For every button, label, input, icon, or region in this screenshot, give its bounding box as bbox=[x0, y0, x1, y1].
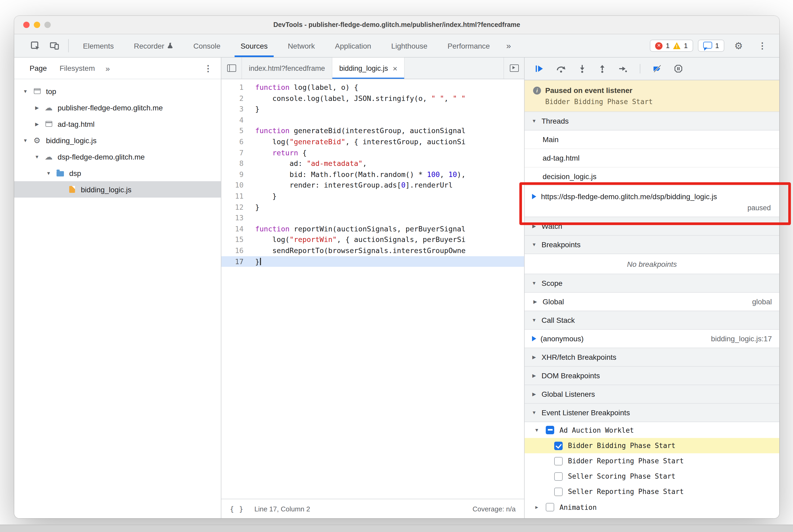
zoom-window-button[interactable] bbox=[44, 22, 51, 28]
tab-elements[interactable]: Elements bbox=[73, 34, 124, 57]
line-number[interactable]: 4 bbox=[221, 115, 251, 126]
close-window-button[interactable] bbox=[23, 22, 30, 28]
tree-item-top[interactable]: ▼top bbox=[14, 83, 221, 99]
elb-item-bidder-reporting-phase-start[interactable]: Bidder Reporting Phase Start bbox=[525, 453, 779, 469]
line-content[interactable]: } bbox=[251, 256, 524, 267]
event-listener-breakpoints-section-header[interactable]: ▼ Event Listener Breakpoints bbox=[525, 403, 779, 422]
breakpoints-section-header[interactable]: ▼ Breakpoints bbox=[525, 235, 779, 254]
line-number[interactable]: 7 bbox=[221, 147, 251, 158]
toggle-navigator-icon[interactable] bbox=[221, 58, 242, 79]
step-button[interactable] bbox=[619, 65, 627, 72]
step-out-button[interactable] bbox=[599, 64, 606, 73]
line-content[interactable]: log("generateBid", { interestGroup, auct… bbox=[251, 136, 524, 147]
checkbox-animation[interactable] bbox=[546, 503, 554, 511]
tree-item-bidding-logic-js[interactable]: bidding_logic.js bbox=[14, 181, 221, 197]
line-number[interactable]: 10 bbox=[221, 180, 251, 191]
dom-breakpoints-section-header[interactable]: ▶ DOM Breakpoints bbox=[525, 366, 779, 385]
line-content[interactable]: console.log(label, JSON.stringify(o, " "… bbox=[251, 93, 524, 103]
line-number[interactable]: 16 bbox=[221, 245, 251, 256]
pretty-print-button[interactable]: { } bbox=[230, 505, 244, 513]
triangle-open-icon[interactable]: ▼ bbox=[44, 170, 53, 176]
tab-network[interactable]: Network bbox=[278, 34, 325, 57]
tree-item-bidding-logic-js[interactable]: ▼⚙bidding_logic.js bbox=[14, 132, 221, 149]
elb-item-bidder-bidding-phase-start[interactable]: Bidder Bidding Phase Start bbox=[525, 438, 779, 453]
tab-recorder[interactable]: Recorder bbox=[124, 34, 183, 57]
line-content[interactable]: ad: "ad-metadata", bbox=[251, 158, 524, 169]
tab-page[interactable]: Page bbox=[24, 64, 53, 72]
line-content[interactable]: function generateBid(interestGroup, auct… bbox=[251, 126, 524, 136]
line-content[interactable]: } bbox=[251, 103, 524, 114]
checkbox-seller-scoring-phase-start[interactable] bbox=[554, 472, 563, 480]
tab-sources[interactable]: Sources bbox=[231, 34, 278, 57]
scope-section-header[interactable]: ▼ Scope bbox=[525, 274, 779, 293]
line-number[interactable]: 3 bbox=[221, 103, 251, 114]
checkbox-seller-reporting-phase-start[interactable] bbox=[554, 487, 563, 496]
line-content[interactable]: render: interestGroup.ads[0].renderUrl bbox=[251, 180, 524, 191]
triangle-closed-icon[interactable]: ▶ bbox=[32, 105, 42, 110]
line-content[interactable] bbox=[251, 115, 524, 126]
elb-item-seller-reporting-phase-start[interactable]: Seller Reporting Phase Start bbox=[525, 484, 779, 499]
global-listeners-section-header[interactable]: ▶ Global Listeners bbox=[525, 385, 779, 404]
file-tab-bidding-logic-js[interactable]: bidding_logic.js× bbox=[332, 58, 405, 79]
triangle-open-icon[interactable]: ▼ bbox=[21, 89, 30, 94]
thread-item-paused[interactable]: https://dsp-fledge-demo.glitch.me/dsp/bi… bbox=[525, 186, 779, 217]
line-content[interactable]: } bbox=[251, 191, 524, 202]
line-content[interactable]: bid: Math.floor(Math.random() * 100, 10)… bbox=[251, 169, 524, 180]
line-content[interactable]: function log(label, o) { bbox=[251, 82, 524, 93]
tree-item-dsp[interactable]: ▼dsp bbox=[14, 165, 221, 181]
checkbox-ad-auction-worklet[interactable] bbox=[546, 426, 554, 434]
resume-button[interactable] bbox=[535, 64, 544, 73]
elb-group-ad-auction-worklet[interactable]: ▼Ad Auction Worklet bbox=[525, 422, 779, 438]
line-content[interactable]: function reportWin(auctionSignals, perBu… bbox=[251, 223, 524, 234]
tab-lighthouse[interactable]: Lighthouse bbox=[381, 34, 437, 57]
deactivate-breakpoints-icon[interactable] bbox=[653, 65, 661, 72]
tab-console[interactable]: Console bbox=[183, 34, 231, 57]
line-number[interactable]: 11 bbox=[221, 191, 251, 202]
triangle-open-icon[interactable]: ▼ bbox=[32, 154, 42, 159]
tab-application[interactable]: Application bbox=[325, 34, 381, 57]
scope-row-global[interactable]: ▶Globalglobal bbox=[525, 293, 779, 311]
minimize-window-button[interactable] bbox=[34, 22, 40, 28]
call-stack-section-header[interactable]: ▼ Call Stack bbox=[525, 311, 779, 330]
code-editor[interactable]: 1function log(label, o) {2 console.log(l… bbox=[221, 79, 524, 499]
triangle-open-icon[interactable]: ▼ bbox=[21, 138, 30, 143]
more-navigator-tabs-icon[interactable]: » bbox=[102, 64, 114, 73]
line-number[interactable]: 5 bbox=[221, 126, 251, 136]
line-number[interactable]: 9 bbox=[221, 169, 251, 180]
step-into-button[interactable] bbox=[579, 64, 586, 73]
threads-section-header[interactable]: ▼ Threads bbox=[525, 112, 779, 131]
elb-group-canvas[interactable]: ▶Canvas bbox=[525, 515, 779, 518]
thread-item-main[interactable]: Main bbox=[525, 131, 779, 149]
tree-item-publisher-fledge-demo-glitch-me[interactable]: ▶☁publisher-fledge-demo.glitch.me bbox=[14, 99, 221, 116]
elb-group-animation[interactable]: ▶Animation bbox=[525, 499, 779, 515]
navigator-menu-icon[interactable]: ⋮ bbox=[204, 63, 212, 73]
line-number[interactable]: 6 bbox=[221, 136, 251, 147]
pause-on-exceptions-icon[interactable] bbox=[674, 64, 683, 73]
step-over-button[interactable] bbox=[556, 65, 566, 73]
device-toolbar-icon[interactable] bbox=[45, 34, 64, 57]
tree-item-ad-tag-html[interactable]: ▶ad-tag.html bbox=[14, 116, 221, 132]
tab-filesystem[interactable]: Filesystem bbox=[54, 64, 101, 72]
line-content[interactable]: log("reportWin", { auctionSignals, perBu… bbox=[251, 234, 524, 245]
thread-item-decision-logic-js[interactable]: decision_logic.js bbox=[525, 168, 779, 186]
errors-warnings-badge[interactable]: ✕ 1 1 bbox=[650, 40, 693, 52]
checkbox-bidder-bidding-phase-start[interactable] bbox=[554, 441, 563, 450]
thread-item-ad-tag-html[interactable]: ad-tag.html bbox=[525, 149, 779, 168]
file-tab-index-html-fencedframe[interactable]: index.html?fencedframe bbox=[242, 58, 332, 79]
line-content[interactable]: return { bbox=[251, 147, 524, 158]
line-number[interactable]: 12 bbox=[221, 202, 251, 212]
issues-badge[interactable]: 1 bbox=[698, 40, 724, 52]
checkbox-bidder-reporting-phase-start[interactable] bbox=[554, 457, 563, 465]
line-number[interactable]: 15 bbox=[221, 234, 251, 245]
line-number[interactable]: 8 bbox=[221, 158, 251, 169]
elb-item-seller-scoring-phase-start[interactable]: Seller Scoring Phase Start bbox=[525, 469, 779, 484]
triangle-closed-icon[interactable]: ▶ bbox=[32, 121, 42, 127]
inspect-icon[interactable] bbox=[26, 34, 45, 57]
watch-section-header[interactable]: ▶ Watch bbox=[525, 216, 779, 235]
kebab-menu-icon[interactable]: ⋮ bbox=[753, 41, 772, 51]
triangle-closed-icon[interactable]: ▶ bbox=[533, 505, 541, 510]
line-number[interactable]: 17 bbox=[221, 256, 251, 267]
settings-icon[interactable]: ⚙ bbox=[729, 40, 748, 52]
line-content[interactable] bbox=[251, 212, 524, 223]
tab-performance[interactable]: Performance bbox=[437, 34, 500, 57]
